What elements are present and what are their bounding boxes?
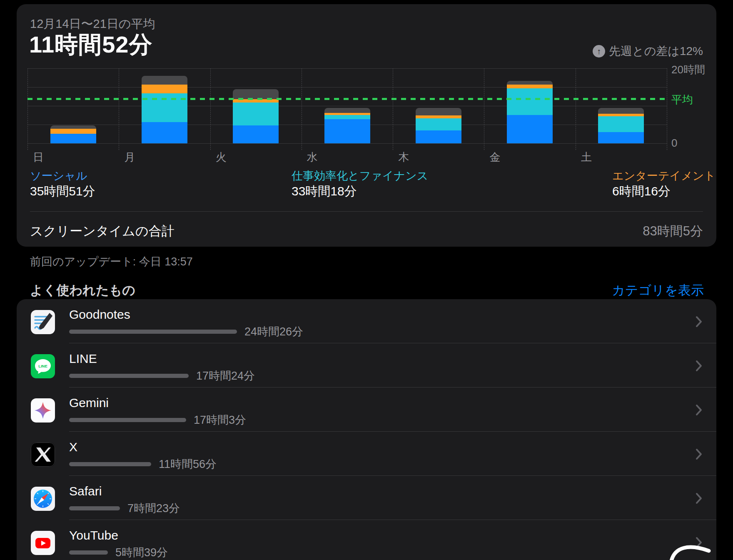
week-delta-text: 先週との差は12% [609,43,703,59]
bar-segment-エンターテイメント [50,129,96,134]
app-name: YouTube [69,528,118,542]
y-axis-label: 平均 [671,92,693,107]
app-row-LINE[interactable]: LINELINE17時間24分 [17,343,716,388]
bar-日 [50,125,96,143]
app-row-Gemini[interactable]: Gemini17時間3分 [17,388,716,432]
bar-segment-仕事効率化とファイナンス [324,115,370,120]
app-usage-bar [69,506,120,510]
bar-segment-ソーシャル [416,130,461,143]
legend-ソーシャル: ソーシャル35時間51分 [30,169,95,198]
chart-day-gridline [210,68,211,150]
chevron-right-icon[interactable] [696,360,702,373]
bar-月 [142,76,187,143]
app-usage-time: 11時間56分 [159,457,217,472]
app-usage-bar [69,462,151,466]
app-row-YouTube[interactable]: YouTube5時間39分 [17,520,716,560]
section-title: よく使われたもの [30,282,135,299]
app-name: LINE [69,352,97,366]
chart-day-gridline [667,68,667,150]
total-label: スクリーンタイムの合計 [30,222,175,240]
chevron-right-icon[interactable] [696,492,702,506]
average-line [27,98,667,100]
screen-time-summary-card: 12月14日〜21日の平均 11時間52分 ↑ 先週との差は12% 20時間平均… [17,4,716,247]
day-label-水: 水 [307,150,318,165]
total-value: 83時間5分 [643,222,703,240]
app-usage-time: 5時間39分 [115,545,168,560]
bar-segment-仕事効率化とファイナンス [598,116,644,132]
day-label-月: 月 [124,150,135,165]
divider [30,211,703,212]
x-app-icon [31,442,55,467]
screen-time-page: 12月14日〜21日の平均 11時間52分 ↑ 先週との差は12% 20時間平均… [0,0,733,560]
app-usage-bar-row: 7時間23分 [69,503,180,513]
legend-エンターテイメント: エンターテイメント6時間16分 [612,169,716,198]
chart-day-gridline [27,68,28,150]
chart-day-gridline [576,68,576,150]
bar-segment-その他 [507,81,553,85]
bar-火 [233,89,279,144]
bar-segment-エンターテイメント [507,85,553,88]
chevron-right-icon[interactable] [696,316,702,329]
legend-value: 35時間51分 [30,184,95,198]
chevron-right-icon[interactable] [696,404,702,418]
app-row-Goodnotes[interactable]: Goodnotes24時間26分 [17,299,716,343]
gemini-app-icon [31,398,55,422]
total-row: スクリーンタイムの合計 83時間5分 [30,222,703,240]
chart-day-gridline [484,68,484,150]
bar-segment-エンターテイメント [142,85,187,94]
youtube-app-icon [31,531,55,555]
bar-segment-その他 [598,108,644,114]
app-usage-time: 17時間24分 [196,368,255,383]
app-usage-bar [69,330,237,334]
legend-value: 33時間18分 [292,184,428,198]
bar-segment-その他 [233,89,279,99]
app-usage-time: 7時間23分 [127,501,180,516]
app-row-Safari[interactable]: Safari7時間23分 [17,476,716,520]
week-delta: ↑ 先週との差は12% [593,43,703,59]
daily-average-value: 11時間52分 [29,29,153,61]
bar-segment-ソーシャル [598,132,644,143]
legend-label: エンターテイメント [612,169,716,182]
most-used-section-header: よく使われたもの カテゴリを表示 [17,282,716,299]
day-label-日: 日 [33,150,44,165]
app-usage-time: 24時間26分 [244,324,303,339]
svg-text:LINE: LINE [38,364,47,368]
legend-仕事効率化とファイナンス: 仕事効率化とファイナンス33時間18分 [292,169,428,198]
chevron-right-icon[interactable] [696,448,702,462]
legend-label: 仕事効率化とファイナンス [292,169,428,182]
bar-segment-ソーシャル [50,134,96,143]
chart-gridline [27,68,667,69]
bar-segment-その他 [416,108,461,115]
chart-day-gridline [393,68,393,150]
bar-segment-仕事効率化とファイナンス [507,88,553,115]
app-usage-bar-row: 17時間3分 [69,415,246,425]
most-used-apps-card: Goodnotes24時間26分 LINELINE17時間24分 Gemini1… [17,299,716,560]
bar-segment-ソーシャル [324,119,370,143]
day-label-火: 火 [216,150,227,165]
app-row-X[interactable]: X11時間56分 [17,432,716,476]
bar-segment-仕事効率化とファイナンス [233,102,279,125]
app-usage-bar-row: 24時間26分 [69,327,303,337]
legend-label: ソーシャル [30,169,95,182]
app-usage-time: 17時間3分 [194,412,246,428]
app-usage-bar-row: 11時間56分 [69,459,217,469]
app-usage-bar [69,418,186,422]
app-name: X [69,440,77,454]
bar-segment-ソーシャル [507,115,553,143]
y-axis-label: 20時間 [671,62,705,77]
bar-segment-その他 [142,76,187,85]
app-usage-bar [69,374,189,378]
bar-segment-仕事効率化とファイナンス [416,118,461,131]
line-app-icon: LINE [31,354,55,378]
bar-土 [598,108,644,144]
chart-day-gridline [302,68,302,150]
y-axis-label: 0 [671,137,677,150]
arrow-up-circle-icon: ↑ [593,45,605,58]
show-categories-link[interactable]: カテゴリを表示 [612,282,704,299]
app-usage-bar-row: 17時間24分 [69,371,255,381]
chart-gridline [27,106,667,106]
app-name: Goodnotes [69,308,130,322]
goodnotes-app-icon [31,310,55,334]
bar-segment-エンターテイメント [416,115,461,118]
legend-value: 6時間16分 [612,184,716,198]
